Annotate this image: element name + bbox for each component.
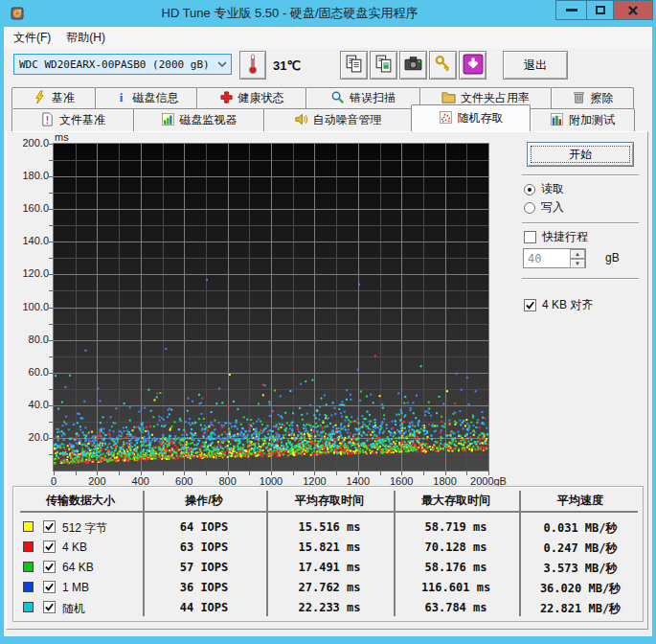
copy-image-button[interactable]: [370, 51, 397, 80]
tab-random-access[interactable]: 随机存取: [411, 104, 531, 131]
y-tick: [49, 389, 53, 390]
copy-text-button[interactable]: [340, 51, 368, 80]
menu-bar: 文件(F)帮助(H): [4, 27, 652, 48]
x-tick: [293, 472, 294, 475]
y-tick: [49, 242, 53, 242]
access-time-scatter-chart: ms 20.040.060.080.0100.0120.0140.0160.01…: [7, 132, 514, 485]
x-tick: [141, 472, 142, 475]
temperature-button[interactable]: [239, 51, 266, 80]
exit-button[interactable]: 退出: [503, 51, 568, 80]
camera-button[interactable]: [399, 51, 427, 80]
tab-extra-tests[interactable]: 附加测试: [530, 108, 635, 131]
spin-up-button[interactable]: ▲: [570, 249, 585, 259]
thermometer-icon: [243, 53, 262, 79]
x-tick: [163, 472, 164, 475]
table-row: 随机44 IOPS22.233 ms63.784 ms22.821 MB/秒: [13, 598, 643, 618]
x-tick: [184, 472, 185, 475]
y-tick-label: 100.0: [7, 301, 49, 312]
table-value: 0.031 MB/秒: [518, 520, 643, 537]
minimize-icon: [566, 9, 577, 12]
series-visible-checkbox[interactable]: [43, 561, 56, 573]
maximize-button[interactable]: [586, 0, 614, 20]
tab-disk-info[interactable]: i磁盘信息: [95, 87, 197, 108]
test-control-panel: 开始 读取 写入 快捷行程 40 ▲: [514, 132, 649, 485]
tab-error-scan[interactable]: 错误扫描: [305, 87, 420, 108]
table-header: 平均存取时间: [295, 493, 364, 509]
series-visible-checkbox[interactable]: [43, 520, 56, 533]
x-tick: [466, 472, 467, 475]
tab-disk-monitor[interactable]: 磁盘监视器: [133, 108, 264, 131]
short-stroke-unit-label: gB: [605, 251, 620, 264]
align-4kb-checkbox[interactable]: 4 KB 对齐: [524, 297, 593, 313]
start-button[interactable]: 开始: [527, 142, 634, 167]
title-bar: HD Tune 专业版 5.50 - 硬盘/固态硬盘实用程序: [0, 0, 656, 27]
short-stroke-checkbox[interactable]: 快捷行程: [524, 229, 588, 245]
series-visible-checkbox[interactable]: [43, 540, 56, 553]
tab-label: 附加测试: [569, 112, 615, 128]
toolbar-buttons: [340, 51, 488, 80]
table-value: 58.176 ms: [394, 561, 518, 574]
window-controls: [556, 0, 653, 20]
x-tick: [97, 472, 98, 475]
menu-item-help[interactable]: 帮助(H): [58, 27, 113, 49]
table-row: 512 字节64 IOPS15.516 ms58.719 ms0.031 MB/…: [13, 518, 643, 538]
x-tick: [423, 472, 424, 475]
file-benchmark-icon: !: [40, 112, 55, 129]
benchmark-icon: [33, 90, 47, 107]
spin-down-button[interactable]: ▼: [570, 259, 585, 268]
y-tick: [49, 193, 53, 194]
drive-selector-value: WDC WD20EARX-00PASB0 (2000 gB): [19, 58, 214, 71]
table-value: 17.491 ms: [267, 561, 392, 574]
series-label: 4 KB: [62, 540, 87, 554]
x-tick: [445, 472, 446, 475]
keys-icon: [433, 54, 453, 77]
x-tick: [249, 472, 250, 475]
write-radio[interactable]: 写入: [524, 199, 564, 216]
error-scan-icon: [330, 90, 345, 107]
read-radio[interactable]: 读取: [524, 181, 564, 197]
y-tick: [49, 274, 53, 275]
series-visible-checkbox[interactable]: [43, 581, 56, 593]
menu-item-file[interactable]: 文件(F): [6, 27, 58, 49]
y-tick: [49, 290, 53, 291]
tab-erase[interactable]: 擦除: [551, 87, 634, 108]
drive-selector[interactable]: WDC WD20EARX-00PASB0 (2000 gB): [13, 54, 232, 75]
tab-benchmark[interactable]: 基准: [11, 87, 96, 108]
disk-info-icon: i: [114, 90, 128, 107]
separator: [522, 174, 639, 176]
write-radio-circle: [524, 202, 535, 214]
minimize-button[interactable]: [555, 0, 587, 20]
scatter-plot-canvas: [53, 143, 489, 472]
short-stroke-size-spinner[interactable]: 40 ▲ ▼: [523, 248, 586, 268]
tab-aam[interactable]: 自动噪音管理: [263, 108, 412, 131]
series-color-swatch: [23, 541, 34, 552]
tab-label: 健康状态: [238, 90, 284, 106]
short-stroke-size-value: 40: [524, 249, 570, 267]
x-tick: [401, 472, 402, 475]
close-button[interactable]: [613, 0, 653, 20]
table-value: 22.821 MB/秒: [518, 601, 643, 617]
y-axis-unit-label: ms: [55, 131, 69, 143]
series-color-swatch: [23, 521, 34, 532]
save-download-button[interactable]: [459, 51, 486, 80]
tab-health[interactable]: 健康状态: [196, 87, 306, 108]
table-value: 36.020 MB/秒: [518, 581, 643, 597]
random-access-icon: [439, 110, 453, 127]
svg-text:!: !: [46, 114, 49, 125]
read-radio-label: 读取: [541, 181, 564, 197]
y-tick: [49, 356, 53, 357]
extra-tests-icon: [550, 112, 564, 129]
series-color-swatch: [23, 602, 34, 612]
x-tick: [488, 472, 489, 475]
series-visible-checkbox[interactable]: [43, 601, 56, 613]
y-tick: [49, 308, 53, 309]
y-tick: [49, 340, 53, 341]
table-header: 操作/秒: [185, 493, 222, 509]
y-tick-label: 80.0: [7, 334, 49, 345]
write-radio-label: 写入: [541, 199, 564, 216]
tab-label: 随机存取: [458, 110, 504, 126]
chevron-down-icon[interactable]: [214, 61, 231, 67]
keys-button[interactable]: [429, 51, 457, 80]
align-4kb-label: 4 KB 对齐: [542, 297, 593, 313]
tab-file-benchmark[interactable]: !文件基准: [11, 108, 134, 131]
